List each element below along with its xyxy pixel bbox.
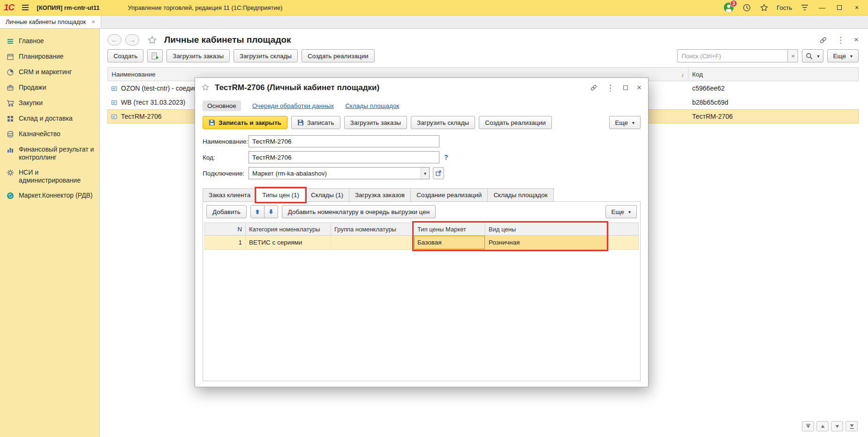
form-menu-icon[interactable]: ⋮ — [837, 35, 845, 45]
dialog-toolbar: Записать и закрыть Записать Загрузить за… — [195, 114, 648, 131]
sidebar-item-nsi-administration[interactable]: НСИ и администрирование — [0, 165, 99, 188]
favorites-star-icon[interactable] — [759, 3, 769, 12]
close-window-button[interactable]: × — [852, 4, 861, 11]
sidebar-item-financial-result[interactable]: Финансовый результат и контроллинг — [0, 142, 99, 165]
save-button[interactable]: Записать — [291, 116, 340, 129]
create-sales-button[interactable]: Создать реализации — [479, 116, 552, 129]
save-and-close-button[interactable]: Записать и закрыть — [203, 116, 287, 129]
cell-category[interactable]: ВЕТИС с сериями — [246, 236, 331, 249]
sidebar-item-treasury[interactable]: Казначейство — [0, 126, 99, 142]
tab-personal-cabinets[interactable]: Личные кабинеты площадок × — [0, 15, 101, 28]
sidebar-item-market-connector[interactable]: Маркет.Коннектор (РДВ) — [0, 188, 99, 203]
column-header-price-kind[interactable]: Вид цены — [485, 223, 607, 235]
close-dialog-icon[interactable]: × — [637, 83, 642, 92]
get-link-icon[interactable] — [819, 36, 827, 44]
more-label: Еще — [833, 53, 846, 60]
dialog-more-button[interactable]: Еще ▾ — [609, 116, 641, 129]
load-orders-button[interactable]: Загрузить заказы — [344, 116, 408, 129]
favorite-star-icon[interactable] — [202, 84, 209, 92]
favorite-star-icon[interactable] — [148, 36, 157, 45]
sidebar-item-warehouse[interactable]: Склад и доставка — [0, 111, 99, 126]
scroll-to-top-button[interactable] — [802, 421, 814, 431]
dialog-header[interactable]: ТестRM-2706 (Личный кабинет площадки) ⋮ … — [195, 78, 648, 98]
name-field[interactable] — [249, 135, 439, 147]
minimize-button[interactable]: — — [817, 4, 827, 11]
cell-price-kind[interactable]: Розничная — [485, 236, 607, 249]
form-menu-icon[interactable]: ⋮ — [606, 83, 614, 93]
price-table-row-1[interactable]: 1 ВЕТИС с сериями Базовая Розничная — [204, 236, 639, 250]
code-help-link[interactable]: ? — [444, 153, 448, 161]
service-menu-icon[interactable] — [800, 3, 809, 12]
row-name: ТестRM-2706 — [121, 113, 162, 120]
tab-client-order[interactable]: Заказ клиента — [203, 188, 257, 202]
main-menu-icon[interactable] — [21, 3, 30, 12]
notifications-button[interactable]: 3 — [724, 2, 734, 13]
sidebar-item-purchases[interactable]: Закупки — [0, 95, 99, 111]
tab-warehouses[interactable]: Склады (1) — [305, 188, 349, 202]
column-header-category[interactable]: Категория номенклатуры — [246, 223, 331, 235]
dropdown-caret-icon[interactable]: ▾ — [421, 168, 429, 179]
tab-sales-creation[interactable]: Создание реализаций — [410, 188, 488, 202]
sort-desc-icon: ↓ — [681, 71, 685, 78]
sidebar-item-label: CRM и маркетинг — [19, 68, 72, 76]
tab-price-types[interactable]: Типы цен (1) — [256, 188, 305, 202]
column-header-group[interactable]: Группа номенклатуры — [331, 223, 414, 235]
navtab-data-queues[interactable]: Очереди обработки данных — [252, 102, 334, 109]
connection-select[interactable]: Маркет (rm-ka-abalashov) ▾ — [249, 167, 430, 179]
search-button[interactable]: ▾ — [802, 49, 823, 62]
tab-site-warehouses[interactable]: Склады площадок — [487, 188, 553, 202]
sidebar-item-sales[interactable]: Продажи — [0, 80, 99, 95]
close-page-icon[interactable]: × — [854, 35, 859, 45]
back-button[interactable]: ← — [107, 34, 121, 46]
navtab-site-warehouses[interactable]: Склады площадок — [345, 102, 399, 109]
list-toolbar: Создать Загрузить заказы Загрузить склад… — [100, 48, 868, 62]
column-header-market-price-type[interactable]: Тип цены Маркет — [414, 223, 485, 235]
scroll-down-button[interactable] — [831, 421, 843, 431]
get-link-icon[interactable] — [590, 84, 597, 92]
move-up-button[interactable] — [250, 205, 264, 218]
list-more-button[interactable]: Еще ▾ — [827, 49, 859, 62]
create-button[interactable]: Создать — [107, 49, 143, 62]
panel-more-button[interactable]: Еще ▾ — [605, 205, 637, 218]
price-table-header[interactable]: N Категория номенклатуры Группа номенкла… — [204, 222, 639, 236]
column-header-n[interactable]: N — [205, 223, 246, 235]
maximize-dialog-icon[interactable] — [623, 85, 628, 90]
cabinet-form-dialog: ТестRM-2706 (Личный кабинет площадки) ⋮ … — [195, 77, 649, 387]
cell-n[interactable]: 1 — [205, 236, 246, 249]
cell-group[interactable] — [331, 236, 414, 249]
load-orders-button[interactable]: Загрузить заказы — [166, 49, 230, 62]
column-header-code[interactable]: Код — [688, 68, 858, 81]
sidebar-item-planning[interactable]: Планирование — [0, 49, 99, 64]
tab-close-icon[interactable]: × — [91, 18, 95, 25]
load-warehouses-button[interactable]: Загрузить склады — [411, 116, 475, 129]
move-down-button[interactable] — [264, 205, 278, 218]
create-sales-button[interactable]: Создать реализации — [302, 49, 375, 62]
navtab-main[interactable]: Основное — [203, 100, 241, 111]
forward-button[interactable]: → — [125, 34, 139, 46]
detail-tabs: Заказ клиента Типы цен (1) Склады (1) За… — [195, 184, 648, 202]
add-to-price-queue-button[interactable]: Добавить номенклатуру в очередь выгрузки… — [282, 205, 436, 218]
add-row-button[interactable]: Добавить — [206, 205, 247, 218]
load-warehouses-button[interactable]: Загрузить склады — [234, 49, 298, 62]
field-row-connection: Подключение: Маркет (rm-ka-abalashov) ▾ — [203, 167, 641, 180]
save-icon — [297, 119, 304, 126]
search-box: × — [677, 49, 798, 62]
code-field[interactable] — [249, 151, 439, 163]
dialog-title: ТестRM-2706 (Личный кабинет площадки) — [215, 83, 379, 92]
search-input[interactable] — [677, 49, 788, 62]
history-icon[interactable] — [742, 3, 751, 12]
search-clear-button[interactable]: × — [788, 49, 798, 62]
column-label: Наименование — [112, 71, 156, 78]
maximize-button[interactable] — [835, 5, 844, 10]
scroll-to-bottom-button[interactable] — [845, 421, 858, 431]
open-connection-button[interactable] — [433, 167, 444, 179]
market-connector-icon — [7, 192, 14, 199]
create-group-button[interactable] — [147, 49, 163, 62]
tab-order-loading[interactable]: Загрузка заказов — [349, 188, 411, 202]
sidebar-item-crm[interactable]: CRM и маркетинг — [0, 64, 99, 80]
cell-market-price-type[interactable]: Базовая — [414, 236, 485, 249]
planning-icon — [7, 53, 14, 61]
notification-badge: 3 — [730, 0, 738, 7]
sidebar-item-main[interactable]: Главное — [0, 33, 99, 49]
scroll-up-button[interactable] — [816, 421, 829, 431]
